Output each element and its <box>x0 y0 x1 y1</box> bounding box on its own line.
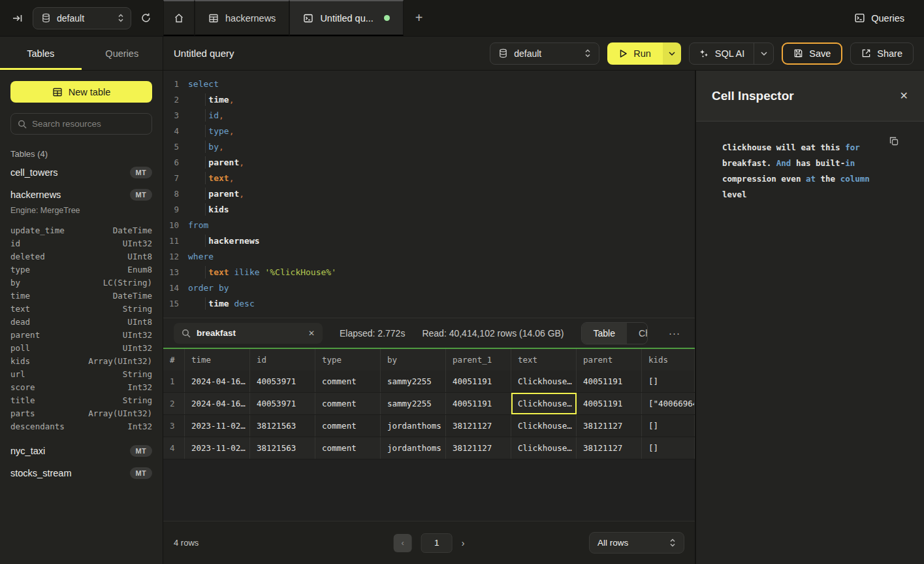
table-cell[interactable]: 2024-04-16… <box>185 393 250 414</box>
column-item[interactable]: pollUInt32 <box>10 342 152 355</box>
editor-line[interactable]: 13 text ilike '%ClickHouse%' <box>163 264 695 280</box>
results-search[interactable]: ✕ <box>174 323 323 344</box>
table-cell[interactable]: 38121127 <box>577 437 642 459</box>
column-item[interactable]: titleString <box>10 394 152 407</box>
tab-home[interactable] <box>163 0 195 36</box>
new-tab-button[interactable]: + <box>404 0 435 36</box>
editor-line[interactable]: 11 hackernews <box>163 233 695 248</box>
table-cell[interactable]: comment <box>315 371 381 392</box>
table-cell[interactable]: 40051191 <box>577 393 642 414</box>
table-cell[interactable]: [] <box>642 371 695 392</box>
database-selector[interactable]: default <box>33 7 131 29</box>
editor-line[interactable]: 4 type, <box>163 123 695 139</box>
table-cell[interactable]: [] <box>642 437 695 459</box>
toggle-chart[interactable]: Chart <box>627 323 648 344</box>
column-item[interactable]: idUInt32 <box>10 237 152 250</box>
column-header[interactable]: parent_1 <box>446 349 511 371</box>
table-cell[interactable]: 40051191 <box>577 371 642 392</box>
results-search-input[interactable] <box>197 328 302 338</box>
editor-line[interactable]: 15 time desc <box>163 295 695 311</box>
table-cell[interactable]: 40053971 <box>250 393 315 414</box>
sql-editor[interactable]: 1select2 time,3 id,4 type,5 by,6 parent,… <box>163 71 695 318</box>
resource-search[interactable] <box>10 113 152 135</box>
table-cell[interactable]: sammy2255 <box>381 393 446 414</box>
collapse-sidebar-icon[interactable] <box>12 12 24 24</box>
row-number-cell[interactable]: 1 <box>163 371 185 392</box>
table-cell[interactable]: Clickhouse… <box>511 437 577 459</box>
column-item[interactable]: update_timeDateTime <box>10 224 152 237</box>
editor-line[interactable]: 10from <box>163 217 695 233</box>
editor-line[interactable]: 2 time, <box>163 91 695 107</box>
more-options-icon[interactable]: ··· <box>665 327 684 339</box>
table-cell[interactable]: comment <box>315 393 381 414</box>
table-cell[interactable]: jordanthoms <box>381 415 446 437</box>
editor-line[interactable]: 1select <box>163 76 695 91</box>
row-number-cell[interactable]: 3 <box>163 415 185 437</box>
table-cell[interactable]: 40051191 <box>446 393 511 414</box>
column-item[interactable]: timeDateTime <box>10 290 152 303</box>
column-item[interactable]: descendantsInt32 <box>10 420 152 433</box>
sidebar-tab-queries[interactable]: Queries <box>82 37 163 70</box>
table-item[interactable]: stocks_streamMT <box>10 462 152 484</box>
sql-ai-caret[interactable] <box>754 43 773 64</box>
next-page-button[interactable]: › <box>462 538 465 548</box>
column-header[interactable]: kids <box>642 349 695 371</box>
table-cell[interactable]: 38121563 <box>250 437 315 459</box>
table-cell[interactable]: 2023-11-02… <box>185 415 250 437</box>
table-item[interactable]: nyc_taxiMT <box>10 440 152 462</box>
editor-line[interactable]: 3 id, <box>163 107 695 123</box>
table-cell[interactable]: 38121563 <box>250 415 315 437</box>
table-cell[interactable]: [] <box>642 415 695 437</box>
table-cell[interactable]: 40051191 <box>446 371 511 392</box>
table-cell[interactable]: 38121127 <box>577 415 642 437</box>
table-cell[interactable]: 2023-11-02… <box>185 437 250 459</box>
run-button[interactable]: Run <box>607 42 663 65</box>
save-button[interactable]: Save <box>782 42 842 65</box>
queries-button[interactable]: Queries <box>854 12 904 24</box>
column-item[interactable]: byLC(String) <box>10 276 152 290</box>
column-header[interactable]: type <box>315 349 381 371</box>
column-header[interactable]: id <box>250 349 315 371</box>
page-size-selector[interactable]: All rows <box>589 532 684 554</box>
prev-page-button[interactable]: ‹ <box>394 534 412 552</box>
column-header[interactable]: text <box>511 349 577 371</box>
editor-line[interactable]: 8 parent, <box>163 186 695 201</box>
editor-line[interactable]: 7 text, <box>163 170 695 186</box>
row-number-cell[interactable]: 2 <box>163 393 185 414</box>
table-cell[interactable]: 38121127 <box>446 415 511 437</box>
table-cell[interactable]: Clickhouse… <box>511 415 577 437</box>
column-header[interactable]: by <box>381 349 446 371</box>
table-cell[interactable]: comment <box>315 437 381 459</box>
toggle-table[interactable]: Table <box>582 323 627 344</box>
column-item[interactable]: partsArray(UInt32) <box>10 407 152 420</box>
table-cell[interactable]: 2024-04-16… <box>185 371 250 392</box>
tab-hackernews[interactable]: hackernews <box>195 0 289 36</box>
column-header[interactable]: parent <box>577 349 642 371</box>
column-item[interactable]: urlString <box>10 368 152 381</box>
column-item[interactable]: parentUInt32 <box>10 329 152 342</box>
column-item[interactable]: textString <box>10 303 152 316</box>
tab-untitled-query[interactable]: Untitled qu... <box>289 0 403 36</box>
table-cell[interactable]: Clickhouse… <box>511 371 577 392</box>
clear-search-icon[interactable]: ✕ <box>308 329 315 338</box>
run-options-caret[interactable] <box>663 42 681 65</box>
table-item[interactable]: cell_towersMT <box>10 161 152 184</box>
table-item[interactable]: hackernewsMT <box>10 184 152 206</box>
table-cell[interactable]: 40053971 <box>250 371 315 392</box>
row-number-cell[interactable]: 4 <box>163 437 185 459</box>
sidebar-tab-tables[interactable]: Tables <box>0 37 82 70</box>
column-item[interactable]: typeEnum8 <box>10 263 152 276</box>
column-item[interactable]: deletedUInt8 <box>10 250 152 263</box>
column-item[interactable]: kidsArray(UInt32) <box>10 355 152 368</box>
column-item[interactable]: scoreInt32 <box>10 381 152 394</box>
column-header[interactable]: time <box>185 349 250 371</box>
editor-line[interactable]: 14order by <box>163 280 695 295</box>
column-header[interactable]: # <box>163 349 185 371</box>
table-cell[interactable]: Clickhouse… <box>511 393 577 414</box>
query-database-selector[interactable]: default <box>490 42 599 65</box>
editor-line[interactable]: 6 parent, <box>163 154 695 170</box>
resource-search-input[interactable] <box>32 119 145 129</box>
table-cell[interactable]: ["40066964… <box>642 393 695 414</box>
close-icon[interactable]: ✕ <box>900 90 908 102</box>
editor-line[interactable]: 5 by, <box>163 139 695 154</box>
